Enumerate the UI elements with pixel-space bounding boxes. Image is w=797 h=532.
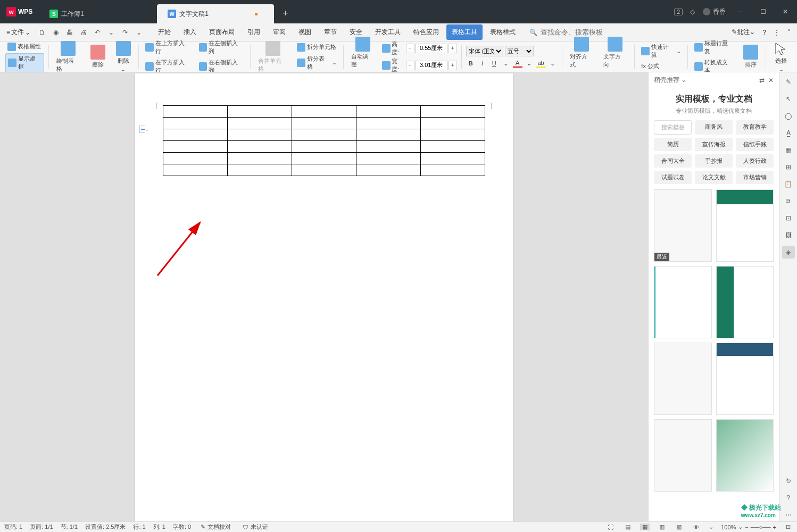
table-cell[interactable] xyxy=(356,141,421,153)
autofit-button[interactable]: 自动调整⌄ xyxy=(348,36,378,78)
document-area[interactable]: ⌄ xyxy=(0,72,648,521)
tab-insert[interactable]: 插入 xyxy=(178,24,202,40)
rail-text-icon[interactable]: A̲ xyxy=(782,127,795,139)
draw-table-button[interactable]: 绘制表格 xyxy=(53,40,83,74)
font-color-button[interactable]: A xyxy=(513,59,522,68)
fit-page-icon[interactable]: ⊡ xyxy=(784,523,793,530)
tab-pagelayout[interactable]: 页面布局 xyxy=(204,24,240,40)
insert-col-left-button[interactable]: 在左侧插入列 xyxy=(197,38,246,56)
formula-button[interactable]: fx 公式 xyxy=(639,61,683,71)
rail-more-icon[interactable]: ⋯ xyxy=(782,509,795,521)
rail-cursor-icon[interactable]: ↖ xyxy=(782,93,795,105)
font-name-select[interactable]: 宋体 (正文) xyxy=(466,46,503,56)
read-mode-dropdown[interactable]: ⌄ xyxy=(709,523,713,530)
template-thumbnail[interactable] xyxy=(716,189,774,262)
sort-button[interactable]: 排序 xyxy=(740,44,761,70)
zoom-value[interactable]: 100% xyxy=(721,524,736,530)
tab-review[interactable]: 审阅 xyxy=(268,24,291,40)
table-cell[interactable] xyxy=(421,106,485,118)
select-button[interactable]: 选择⌄ xyxy=(770,40,792,74)
bold-button[interactable]: B xyxy=(466,59,476,68)
title-row-repeat-button[interactable]: 标题行重复 xyxy=(692,38,736,56)
table-cell[interactable] xyxy=(292,106,356,118)
insert-row-above-button[interactable]: 在上方插入行 xyxy=(143,38,193,56)
width-plus[interactable]: + xyxy=(449,61,457,70)
view-print-icon[interactable]: ▦ xyxy=(640,523,650,530)
rail-image-icon[interactable]: 🖼 xyxy=(782,229,795,242)
table-cell[interactable] xyxy=(356,129,421,141)
rail-table-icon[interactable]: ▦ xyxy=(782,144,795,156)
table-cell[interactable] xyxy=(163,141,228,153)
read-mode-icon[interactable]: 👁 xyxy=(691,524,701,530)
table-cell[interactable] xyxy=(163,118,228,129)
table-cell[interactable] xyxy=(228,164,292,176)
table-anchor-handle[interactable]: ⌄ xyxy=(139,124,149,134)
rail-edit-icon[interactable]: ✎ xyxy=(782,76,795,88)
underline-button[interactable]: U xyxy=(489,59,499,68)
close-button[interactable]: ✕ xyxy=(778,4,793,19)
table-cell[interactable] xyxy=(356,164,421,176)
template-thumbnail[interactable] xyxy=(716,266,774,338)
document-table[interactable] xyxy=(163,105,485,176)
rail-apps-icon[interactable]: ⊡ xyxy=(782,212,795,225)
tab-tablestyle[interactable]: 表格样式 xyxy=(485,24,521,40)
search-input[interactable] xyxy=(541,28,615,36)
view-page-icon[interactable]: ▤ xyxy=(623,523,633,530)
table-cell[interactable] xyxy=(228,141,292,153)
panel-close-icon[interactable]: ✕ xyxy=(768,77,774,84)
skin-icon[interactable]: ◇ xyxy=(690,8,695,15)
print-icon[interactable]: 🖶 xyxy=(64,27,75,38)
tab-workbook[interactable]: S 工作簿1 xyxy=(39,4,156,23)
chip-resume[interactable]: 简历 xyxy=(654,138,692,151)
file-menu[interactable]: ≡ 文件 ⌄ xyxy=(3,28,34,37)
minimize-button[interactable]: ─ xyxy=(733,4,748,19)
save-icon[interactable]: 🗋 xyxy=(37,27,47,38)
table-cell[interactable] xyxy=(421,164,485,176)
table-cell[interactable] xyxy=(356,106,421,118)
template-thumbnail[interactable] xyxy=(716,419,774,492)
zoom-slider[interactable]: ──○── xyxy=(751,524,771,530)
table-cell[interactable] xyxy=(163,164,228,176)
redo-icon[interactable]: ↷ xyxy=(120,27,130,38)
delete-button[interactable]: 删除⌄ xyxy=(113,40,134,74)
rail-link-icon[interactable]: ⧉ xyxy=(782,195,795,207)
template-search-chip[interactable]: 搜索模板 xyxy=(654,120,692,135)
tab-tabletools[interactable]: 表格工具 xyxy=(446,24,483,40)
status-unverified[interactable]: 🛡未认证 xyxy=(240,523,270,531)
table-cell[interactable] xyxy=(421,118,485,129)
split-cells-button[interactable]: 拆分单元格 xyxy=(295,42,339,53)
text-direction-button[interactable]: 文字方向⌄ xyxy=(600,36,630,78)
help-icon[interactable]: ? xyxy=(762,29,766,36)
user-avatar[interactable]: 香香 xyxy=(702,7,726,16)
zoom-in-button[interactable]: + xyxy=(773,524,776,530)
add-tab-button[interactable]: + xyxy=(275,4,296,23)
more-icon[interactable]: ⋮ xyxy=(774,29,780,36)
chip-hr[interactable]: 人资行政 xyxy=(736,154,774,168)
table-cell[interactable] xyxy=(228,129,292,141)
status-section[interactable]: 节: 1/1 xyxy=(61,523,78,531)
align-button[interactable]: 对齐方式⌄ xyxy=(567,36,596,78)
chip-exam[interactable]: 试题试卷 xyxy=(654,171,692,184)
template-thumbnail[interactable] xyxy=(716,343,774,415)
status-setting[interactable]: 设置值: 2.5厘米 xyxy=(85,523,126,531)
tab-special[interactable]: 特色应用 xyxy=(408,24,444,40)
undo-dropdown[interactable]: ⌄ xyxy=(106,27,117,38)
table-cell[interactable] xyxy=(421,129,485,141)
highlight-button[interactable]: ab xyxy=(536,59,546,68)
table-cell[interactable] xyxy=(163,153,228,164)
chip-education[interactable]: 教育教学 xyxy=(736,120,774,135)
split-table-button[interactable]: 拆分表格⌄ xyxy=(295,54,339,72)
underline-dropdown[interactable]: ⌄ xyxy=(501,59,511,68)
height-plus[interactable]: + xyxy=(449,44,457,53)
status-word-count[interactable]: 字数: 0 xyxy=(173,523,191,531)
tab-start[interactable]: 开始 xyxy=(153,24,176,40)
rail-clipboard-icon[interactable]: 📋 xyxy=(782,178,795,190)
chip-business[interactable]: 商务风 xyxy=(695,120,733,135)
eraser-button[interactable]: 擦除 xyxy=(87,44,109,70)
table-cell[interactable] xyxy=(228,118,292,129)
view-web-icon[interactable]: ▥ xyxy=(657,523,667,530)
table-cell[interactable] xyxy=(292,118,356,129)
panel-settings-icon[interactable]: ⇄ xyxy=(759,77,765,84)
template-thumbnail[interactable]: 最近 xyxy=(654,189,712,262)
width-minus[interactable]: − xyxy=(406,61,414,70)
